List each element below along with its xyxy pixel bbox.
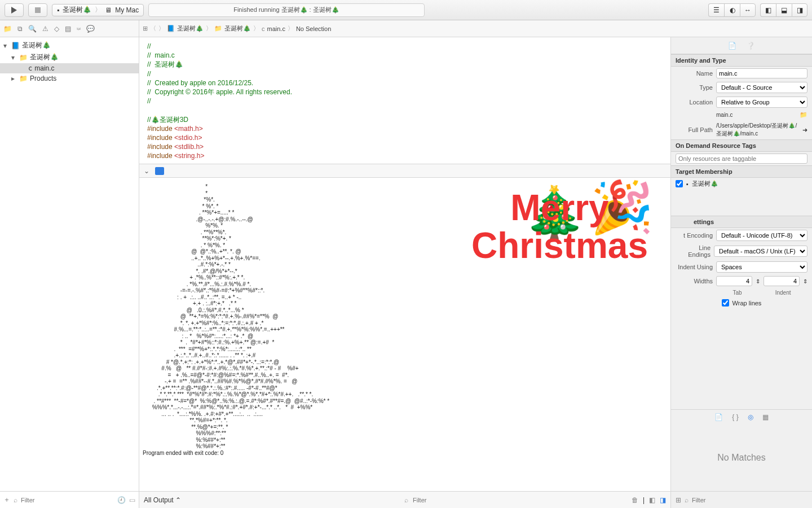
library-panel: 📄 { } ◎ ▦ No Matches ⊞ ⌕: [671, 409, 812, 508]
chevron-right-icon: 〉: [95, 5, 102, 15]
source-editor[interactable]: // // main.c // 圣诞树🎄 // // Created by ap…: [139, 37, 670, 164]
indent-width-input[interactable]: [764, 276, 800, 286]
reveal-icon[interactable]: ➜: [802, 126, 807, 134]
tree-products[interactable]: ▸📁 Products: [0, 73, 139, 84]
tab-width-input[interactable]: [716, 276, 752, 286]
library-filter-input[interactable]: [692, 497, 807, 503]
test-navigator-icon[interactable]: ◇: [54, 25, 59, 33]
inspector-panel: 📄 ❔ Identity and Type Name TypeDefault -…: [671, 37, 812, 508]
scheme-target: 圣诞树🎄: [63, 5, 91, 15]
file-inspector-icon[interactable]: 📄: [728, 42, 736, 50]
breadcrumb-group[interactable]: 📁 圣诞树🎄: [214, 24, 251, 33]
toggle-console-icon[interactable]: ⌄: [144, 167, 149, 175]
location-select[interactable]: Relative to Group: [716, 97, 807, 108]
navigator-tabs: 📁 ⧉ 🔍 ⚠ ◇ ▤ ⎃ 💬: [0, 20, 139, 37]
recent-filter-icon[interactable]: 🕘: [117, 496, 126, 504]
scm-filter-icon[interactable]: ▭: [129, 496, 135, 504]
add-button[interactable]: ＋: [3, 495, 10, 505]
navigator-filter-input[interactable]: [21, 497, 114, 503]
device-icon: 🖥: [105, 6, 112, 14]
breadcrumb-file[interactable]: c main.c: [262, 25, 285, 32]
secondary-toolbar: 📁 ⧉ 🔍 ⚠ ◇ ▤ ⎃ 💬 ⊞ 〈 〉 📘 圣诞树🎄〉 📁 圣诞树🎄〉 c …: [0, 20, 812, 37]
lineend-select[interactable]: Default - macOS / Unix (LF): [714, 246, 807, 257]
stop-button[interactable]: [28, 3, 47, 17]
breakpoint-tag-icon[interactable]: [155, 167, 164, 175]
library-empty-state: No Matches: [671, 424, 812, 491]
scheme-device: My Mac: [115, 6, 139, 14]
quick-help-icon[interactable]: ❔: [747, 42, 755, 50]
issue-navigator-icon[interactable]: ⚠: [42, 25, 48, 33]
label-indentusing: Indent Using: [676, 264, 713, 270]
disclosure-triangle-icon[interactable]: ▾: [11, 54, 17, 62]
label-location: Location: [676, 99, 713, 106]
forward-button[interactable]: 〉: [158, 24, 165, 33]
back-button[interactable]: 〈: [150, 24, 156, 33]
related-items-icon[interactable]: ⊞: [143, 25, 148, 32]
debug-navigator-icon[interactable]: ▤: [65, 25, 71, 33]
code-snippet-icon[interactable]: { }: [732, 413, 738, 421]
tree-group[interactable]: ▾📁 圣诞树🎄: [0, 51, 139, 63]
identity-section-header: Identity and Type: [671, 54, 812, 67]
console-pane-icon[interactable]: ◨: [660, 496, 666, 504]
filter-icon: ⌕: [14, 496, 17, 504]
text-settings-header: ettings: [671, 216, 812, 228]
project-tree: ▾📘 圣诞树🎄 ▾📁 圣诞树🎄 c main.c ▸📁 Products: [0, 37, 139, 491]
name-input[interactable]: [716, 68, 807, 78]
editor-mode-segment: ☰ ◐ ↔: [708, 3, 756, 17]
navigator-sidebar: ▾📘 圣诞树🎄 ▾📁 圣诞树🎄 c main.c ▸📁 Products ＋ ⌕…: [0, 37, 139, 508]
version-editor-button[interactable]: ↔: [740, 3, 756, 17]
type-select[interactable]: Default - C Source: [716, 82, 807, 93]
activity-status: Finished running 圣诞树🎄 : 圣诞树🎄: [148, 3, 424, 17]
label-name: Name: [676, 70, 713, 77]
wrap-lines-checkbox[interactable]: [722, 299, 729, 306]
location-path: main.c: [716, 112, 796, 118]
assistant-editor-button[interactable]: ◐: [724, 3, 740, 17]
media-library-icon[interactable]: ▦: [762, 413, 769, 421]
textenc-select[interactable]: Default - Unicode (UTF-8): [716, 230, 807, 241]
find-navigator-icon[interactable]: 🔍: [28, 25, 37, 33]
ondemand-section-header: On Demand Resource Tags: [671, 139, 812, 152]
report-navigator-icon[interactable]: 💬: [86, 25, 95, 33]
target-checkbox[interactable]: [676, 180, 683, 187]
indent-sublabel: Indent: [775, 290, 791, 296]
scheme-selector[interactable]: ▪ 圣诞树🎄 〉 🖥 My Mac: [52, 4, 144, 16]
project-navigator-icon[interactable]: 📁: [3, 25, 12, 33]
disclosure-triangle-icon[interactable]: ▸: [11, 75, 17, 82]
output-selector[interactable]: All Output ⌃: [144, 496, 181, 504]
tab-sublabel: Tab: [733, 290, 742, 296]
svg-rect-1: [35, 7, 41, 13]
label-fullpath: Full Path: [676, 126, 713, 133]
toggle-inspector-button[interactable]: ◨: [792, 3, 807, 17]
library-view-icon[interactable]: ⊞: [676, 496, 681, 504]
source-control-navigator-icon[interactable]: ⧉: [17, 25, 23, 33]
terminal-icon: ▪: [57, 6, 59, 14]
console-output[interactable]: * * *%*. * %*. * . **%*+=.....* *: [139, 178, 670, 491]
tree-project[interactable]: ▾📘 圣诞树🎄: [0, 40, 139, 51]
standard-editor-button[interactable]: ☰: [708, 3, 724, 17]
wrap-label: Wrap lines: [732, 300, 762, 306]
disclosure-triangle-icon[interactable]: ▾: [3, 42, 9, 50]
svg-marker-0: [11, 7, 17, 14]
breadcrumb-project[interactable]: 📘 圣诞树🎄: [167, 24, 204, 33]
breadcrumb-selection[interactable]: No Selection: [296, 25, 331, 32]
breakpoint-navigator-icon[interactable]: ⎃: [77, 25, 81, 33]
inspector-body: Identity and Type Name TypeDefault - C S…: [671, 54, 812, 409]
tree-file-main-c[interactable]: c main.c: [0, 63, 139, 73]
toggle-debug-button[interactable]: ⬓: [776, 3, 792, 17]
navigator-bottom-bar: ＋ ⌕ 🕘 ▭: [0, 491, 139, 508]
toggle-navigator-button[interactable]: ◧: [760, 3, 776, 17]
jump-bar: ⊞ 〈 〉 📘 圣诞树🎄〉 📁 圣诞树🎄〉 c main.c〉 No Selec…: [139, 20, 812, 37]
indentusing-select[interactable]: Spaces: [716, 261, 807, 273]
label-type: Type: [676, 84, 713, 91]
console-filter-input[interactable]: [413, 497, 627, 503]
console-toolbar: All Output ⌃ ⌕ 🗑 | ◧ ◨: [139, 491, 670, 508]
trash-icon[interactable]: 🗑: [632, 496, 638, 504]
target-icon: ▪: [686, 181, 689, 187]
object-library-icon[interactable]: ◎: [748, 413, 753, 421]
folder-icon[interactable]: 📁: [800, 111, 807, 119]
main-toolbar: ▪ 圣诞树🎄 〉 🖥 My Mac Finished running 圣诞树🎄 …: [0, 0, 812, 20]
run-button[interactable]: [5, 3, 24, 17]
variables-pane-icon[interactable]: ◧: [649, 496, 655, 504]
panel-toggle-segment: ◧ ⬓ ◨: [760, 3, 807, 17]
file-template-icon[interactable]: 📄: [714, 413, 723, 421]
